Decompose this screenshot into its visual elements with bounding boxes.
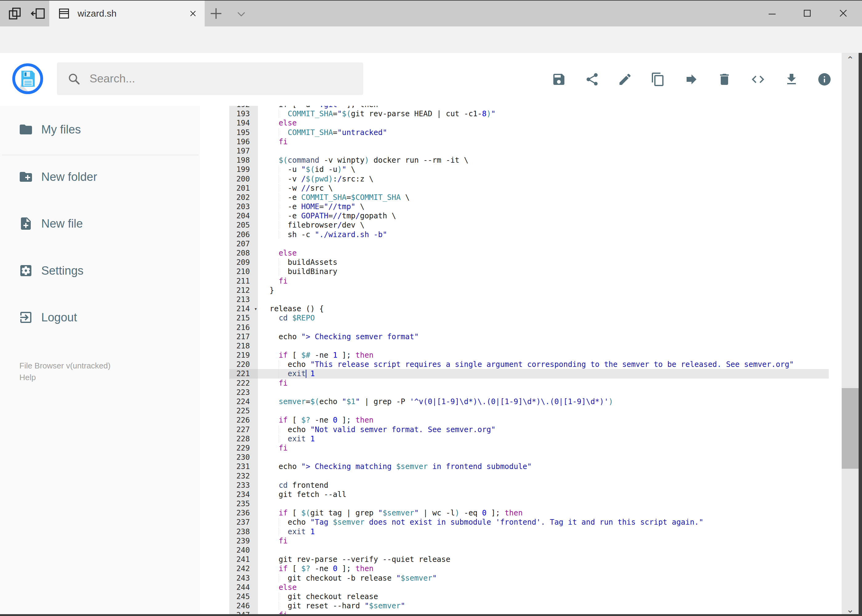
- info-icon[interactable]: [817, 72, 832, 87]
- set-aside-tabs-icon[interactable]: [7, 6, 23, 22]
- code-line-204[interactable]: -e GOPATH=//tmp/gopath \: [258, 211, 829, 220]
- search-placeholder: Search...: [90, 72, 135, 85]
- code-line-206[interactable]: sh -c "./wizard.sh -b": [258, 230, 829, 239]
- code-line-194[interactable]: else: [258, 118, 829, 127]
- save-icon[interactable]: [552, 72, 566, 87]
- gutter-line-number: 242: [229, 564, 258, 573]
- code-line-207[interactable]: [258, 239, 829, 248]
- code-line-221[interactable]: exit 1: [258, 369, 829, 378]
- code-line-199[interactable]: -u "$(id -u)" \: [258, 165, 829, 174]
- code-line-225[interactable]: [258, 406, 829, 415]
- code-line-245[interactable]: git checkout release: [258, 592, 829, 601]
- code-line-239[interactable]: fi: [258, 536, 829, 545]
- code-line-231[interactable]: echo "> Checking matching $semver in fro…: [258, 462, 829, 471]
- indent-guide: [279, 221, 279, 229]
- code-line-243[interactable]: git checkout -b release "$semver": [258, 574, 829, 583]
- code-line-202[interactable]: -e COMMIT_SHA=$COMMIT_SHA \: [258, 193, 829, 202]
- tab-close-icon[interactable]: [184, 4, 202, 23]
- code-line-237[interactable]: echo "Tag $semver does not exist in subm…: [258, 518, 829, 527]
- code-line-229[interactable]: fi: [258, 443, 829, 453]
- code-line-220[interactable]: echo "This release script requires a sin…: [258, 360, 829, 369]
- code-line-230[interactable]: [258, 453, 829, 462]
- code-line-213[interactable]: [258, 295, 829, 304]
- rename-icon[interactable]: [618, 72, 632, 87]
- code-line-234[interactable]: git fetch --all: [258, 490, 829, 499]
- code-line-223[interactable]: [258, 388, 829, 397]
- new-tab-icon[interactable]: [208, 6, 224, 22]
- code-line-205[interactable]: filebrowser/dev \: [258, 220, 829, 230]
- download-icon[interactable]: [784, 72, 799, 87]
- code-line-198[interactable]: $(command -v winpty) docker run --rm -it…: [258, 156, 829, 165]
- gutter-line-number: 227: [229, 425, 258, 434]
- sidebar-item-my-files[interactable]: My files: [0, 114, 200, 145]
- code-line-201[interactable]: -w //src \: [258, 184, 829, 193]
- code-line-227[interactable]: echo "Not valid semver format. See semve…: [258, 425, 829, 434]
- code-line-193[interactable]: COMMIT_SHA="$(git rev-parse HEAD | cut -…: [258, 109, 829, 118]
- code-line-238[interactable]: exit 1: [258, 527, 829, 536]
- scrollbar-thumb[interactable]: [842, 388, 859, 469]
- gutter-line-number: 211: [229, 277, 258, 286]
- code-line-219[interactable]: if [ $# -ne 1 ]; then: [258, 350, 829, 360]
- gutter-line-number: 204: [229, 211, 258, 220]
- code-line-242[interactable]: if [ $? -ne 0 ]; then: [258, 564, 829, 573]
- code-line-224[interactable]: semver=$(echo "$1" | grep -P '^v(0|[1-9]…: [258, 397, 829, 406]
- scroll-up-icon[interactable]: ⌃: [842, 53, 859, 66]
- code-line-208[interactable]: else: [258, 248, 829, 258]
- help-link[interactable]: Help: [19, 371, 110, 383]
- copy-icon[interactable]: [651, 72, 665, 87]
- code-line-215[interactable]: cd $REPO: [258, 313, 829, 323]
- code-line-246[interactable]: git reset --hard "$semver": [258, 601, 829, 610]
- sidebar-item-new-folder[interactable]: New folder: [0, 162, 200, 192]
- share-icon[interactable]: [585, 72, 599, 87]
- raw-code-icon[interactable]: [750, 72, 765, 87]
- gutter-line-number: 236: [229, 508, 258, 518]
- code-line-210[interactable]: buildBinary: [258, 267, 829, 276]
- tab-wizard-sh[interactable]: wizard.sh: [49, 1, 205, 27]
- maximize-icon[interactable]: [794, 3, 821, 24]
- sidebar-item-logout[interactable]: Logout: [0, 302, 200, 333]
- gutter-line-number: 218: [229, 341, 258, 350]
- tab-preview-icon[interactable]: [235, 7, 248, 21]
- filebrowser-logo[interactable]: [12, 63, 44, 95]
- delete-icon[interactable]: [717, 72, 732, 87]
- gutter-line-number: 224: [229, 397, 258, 406]
- code-editor[interactable]: 1921931941951961971981992002012022032042…: [200, 106, 842, 616]
- code-line-235[interactable]: [258, 499, 829, 508]
- code-line-214[interactable]: release () {: [258, 304, 829, 313]
- code-line-209[interactable]: buildAssets: [258, 258, 829, 267]
- code-line-236[interactable]: if [ $(git tag | grep "$semver" | wc -l)…: [258, 508, 829, 518]
- indent-guide: [279, 360, 279, 368]
- editor-code[interactable]: if [ -d ".git" ]; then COMMIT_SHA="$(git…: [258, 106, 829, 616]
- sidebar-item-new-file[interactable]: New file: [0, 208, 200, 239]
- code-line-240[interactable]: [258, 545, 829, 555]
- move-icon[interactable]: [684, 72, 699, 87]
- gutter-line-number: 217: [229, 332, 258, 341]
- code-line-195[interactable]: COMMIT_SHA="untracked": [258, 128, 829, 137]
- code-line-218[interactable]: [258, 341, 829, 350]
- vertical-scrollbar[interactable]: ⌃ ⌄: [842, 53, 859, 616]
- gutter-line-number: 196: [229, 137, 258, 146]
- code-line-244[interactable]: else: [258, 583, 829, 592]
- code-line-203[interactable]: -e HOME="//tmp" \: [258, 202, 829, 211]
- code-line-192[interactable]: if [ -d ".git" ]; then: [258, 106, 829, 109]
- sidebar-item-settings[interactable]: Settings: [0, 255, 200, 286]
- restore-tabs-icon[interactable]: [30, 6, 46, 22]
- code-line-233[interactable]: cd frontend: [258, 481, 829, 490]
- search-input[interactable]: Search...: [57, 63, 363, 95]
- code-line-226[interactable]: if [ $? -ne 0 ]; then: [258, 415, 829, 425]
- fold-arrow-icon[interactable]: ▾: [254, 304, 257, 313]
- code-line-200[interactable]: -v /$(pwd):/src:z \: [258, 174, 829, 184]
- close-icon[interactable]: [830, 3, 857, 24]
- code-line-196[interactable]: fi: [258, 137, 829, 146]
- code-line-216[interactable]: [258, 323, 829, 332]
- code-line-222[interactable]: fi: [258, 379, 829, 388]
- gutter-line-number: 240: [229, 545, 258, 555]
- code-line-232[interactable]: [258, 471, 829, 481]
- code-line-212[interactable]: }: [258, 286, 829, 295]
- code-line-211[interactable]: fi: [258, 277, 829, 286]
- code-line-217[interactable]: echo "> Checking semver format": [258, 332, 829, 341]
- code-line-228[interactable]: exit 1: [258, 434, 829, 443]
- code-line-241[interactable]: git rev-parse --verify --quiet release: [258, 555, 829, 564]
- code-line-197[interactable]: [258, 146, 829, 156]
- minimize-icon[interactable]: [759, 3, 786, 24]
